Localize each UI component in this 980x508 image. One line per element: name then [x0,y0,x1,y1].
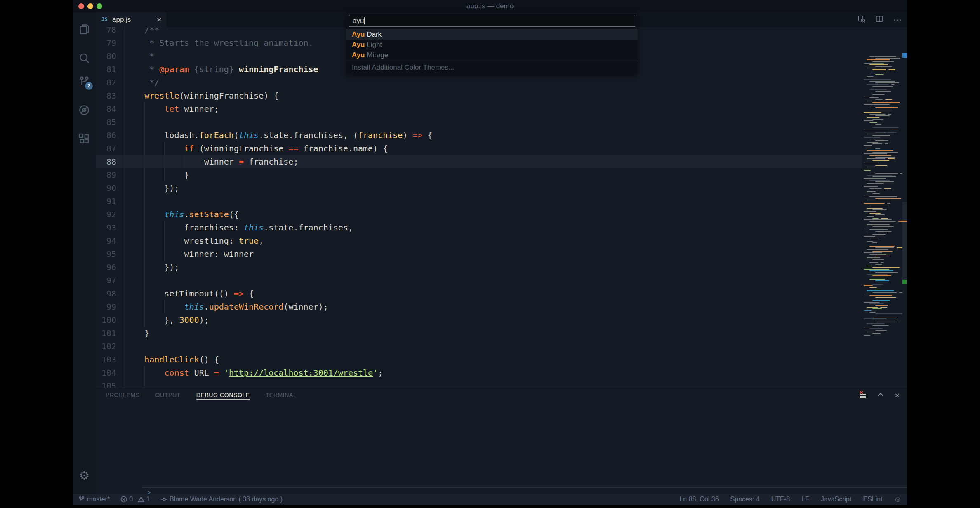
line-number: 88 [96,155,116,168]
open-changes-icon[interactable] [857,15,865,25]
code-line[interactable]: 99 this.updateWinRecord(winner); [96,300,862,313]
indent-guide [144,379,145,388]
panel-actions: ✕ [859,391,900,400]
quickpick-install-themes[interactable]: Install Additional Color Themes... [346,62,638,73]
debug-input-separator [142,487,907,488]
line-number: 100 [96,313,116,327]
status-warning[interactable]: 1 [138,496,150,503]
panel-tab-terminal[interactable]: TERMINAL [266,392,297,399]
split-editor-icon[interactable] [875,15,883,25]
code-line[interactable]: 91 [96,195,862,208]
code-line[interactable]: 105 [96,379,862,388]
status-left: master*01Blame Wade Anderson ( 38 days a… [78,496,293,503]
code-line[interactable]: 100 }, 3000); [96,313,862,327]
panel-tab-debug-console[interactable]: DEBUG CONSOLE [196,392,250,400]
code-text: this.updateWinRecord(winner); [125,300,328,313]
status-commit[interactable]: Blame Wade Anderson ( 38 days ago ) [161,496,283,503]
tab-close-icon[interactable]: ✕ [156,12,162,27]
feedback-smiley-icon[interactable]: ☺ [894,496,902,503]
minimap[interactable] [862,54,902,368]
line-number: 89 [96,168,116,181]
clear-console-icon[interactable] [859,391,867,400]
status-javascript[interactable]: JavaScript [821,496,852,503]
status-right: Ln 88, Col 36Spaces: 4UTF-8LFJavaScriptE… [668,496,902,503]
title-bar: app.js — demo [73,0,907,12]
overview-ruler[interactable] [902,54,907,388]
panel-tabs: PROBLEMSOUTPUTDEBUG CONSOLETERMINAL [106,388,297,403]
line-number: 97 [96,274,116,287]
tab-appjs[interactable]: JS app.js ✕ [96,12,167,27]
scrollbar-slider[interactable] [902,202,907,281]
code-line[interactable]: 102 [96,340,862,353]
code-line[interactable]: 84 let winner; [96,102,862,115]
status-branch[interactable]: master* [78,496,110,503]
code-text: /** [125,27,159,36]
window-title: app.js — demo [73,0,907,12]
line-number: 84 [96,102,116,115]
quickpick-separator [346,61,638,61]
quickpick-input[interactable]: ayu [349,15,635,27]
code-text: * @param {string} winningFranchise [125,63,318,76]
code-line[interactable]: 97 [96,274,862,287]
line-number: 83 [96,89,116,102]
settings-gear-icon[interactable]: ⚙ [73,469,96,482]
code-line[interactable]: 94 wrestling: true, [96,234,862,247]
code-line[interactable]: 104 const URL = 'http://localhost:3001/w… [96,366,862,379]
code-line[interactable]: 88 winner = franchise; [96,155,862,168]
panel-header: PROBLEMSOUTPUTDEBUG CONSOLETERMINAL ✕ [96,388,907,403]
code-line[interactable]: 96 }); [96,261,862,274]
bottom-panel: PROBLEMSOUTPUTDEBUG CONSOLETERMINAL ✕ [96,388,907,494]
code-text: wrestling: true, [125,234,264,247]
quickpick-item-light[interactable]: Ayu Light [346,40,638,50]
line-number: 104 [96,366,116,379]
code-text: lodash.forEach(this.state.franchises, (f… [125,129,433,142]
code-text: * Starts the wrestling animation. [125,36,313,49]
indent-guide [125,195,125,208]
status-utf-8[interactable]: UTF-8 [771,496,790,503]
code-line[interactable]: 89 } [96,168,862,181]
line-number: 98 [96,287,116,300]
close-panel-icon[interactable]: ✕ [895,392,900,400]
status-error[interactable]: 0 [120,496,133,503]
line-number: 90 [96,181,116,195]
code-line[interactable]: 92 this.setState({ [96,208,862,221]
code-line[interactable]: 82 */ [96,76,862,89]
status-ln-88-col-36[interactable]: Ln 88, Col 36 [679,496,719,503]
tab-label: app.js [112,12,131,27]
panel-tab-output[interactable]: OUTPUT [155,392,181,399]
editor-region[interactable]: 78 /**79 * Starts the wrestling animatio… [73,27,907,388]
code-line[interactable]: 98 setTimeout(() => { [96,287,862,300]
quickpick-list: Ayu DarkAyu LightAyu Mirage [346,29,638,60]
code-line[interactable]: 87 if (winningFranchise == franchise.nam… [96,142,862,155]
quickpick-item-mirage[interactable]: Ayu Mirage [346,50,638,60]
line-number: 85 [96,115,116,129]
indent-guide [125,340,125,353]
code-line[interactable]: 86 lodash.forEach(this.state.franchises,… [96,129,862,142]
quickpick-query: ayu [353,17,364,25]
vscode-window: app.js — demo 2 ⚙ JS app.js ✕ [73,0,907,505]
line-number: 96 [96,261,116,274]
ruler-marker-added [902,280,907,284]
quickpick-widget: ayu Ayu DarkAyu LightAyu Mirage Install … [346,12,638,73]
maximize-panel-icon[interactable] [877,391,884,400]
status-spaces-4[interactable]: Spaces: 4 [730,496,760,503]
status-lf[interactable]: LF [801,496,809,503]
status-eslint[interactable]: ESLint [863,496,882,503]
indent-guide [144,115,145,129]
more-actions-icon[interactable]: ⋯ [893,16,902,24]
indent-guide [125,115,125,129]
ruler-marker-blue [902,53,907,58]
quickpick-item-dark[interactable]: Ayu Dark [346,29,638,40]
code-line[interactable]: 83 wrestle(winningFranchise) { [96,89,862,102]
code-line[interactable]: 93 franchises: this.state.franchises, [96,221,862,234]
panel-tab-problems[interactable]: PROBLEMS [106,392,140,399]
indent-guide [125,274,125,287]
line-number: 79 [96,36,116,49]
debug-console-prompt-icon[interactable] [147,489,152,494]
code-line[interactable]: 103 handleClick() { [96,353,862,366]
code-line[interactable]: 95 winner: winner [96,247,862,261]
code-line[interactable]: 101 } [96,327,862,340]
code-line[interactable]: 90 }); [96,181,862,195]
code-line[interactable]: 85 [96,115,862,129]
code-text: winner = franchise; [125,155,298,168]
